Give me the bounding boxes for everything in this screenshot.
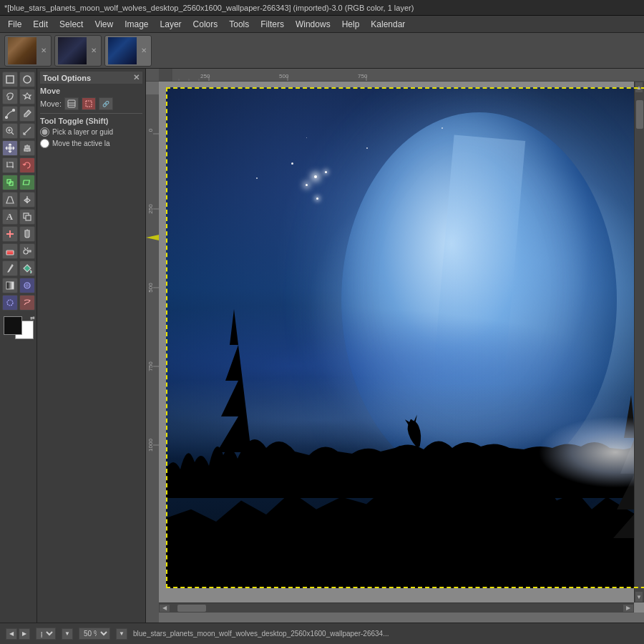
menu-filters[interactable]: Filters xyxy=(255,18,289,31)
shear-tool[interactable] xyxy=(19,175,35,190)
rotate-tool[interactable] xyxy=(19,157,35,173)
tool-row-1 xyxy=(2,72,35,87)
menu-windows[interactable]: Windows xyxy=(291,18,336,31)
lasso-tool[interactable] xyxy=(2,89,18,104)
tab-close-2[interactable]: ✕ xyxy=(89,46,98,55)
tool-row-13 xyxy=(2,278,35,293)
align-tool[interactable] xyxy=(19,140,35,156)
svg-rect-58 xyxy=(146,94,159,623)
vertical-scrollbar[interactable]: ▲ ▼ xyxy=(634,82,644,602)
swap-colors-icon[interactable]: ⇄ xyxy=(30,315,35,321)
svg-rect-33 xyxy=(6,282,14,289)
h-scrollbar-thumb[interactable] xyxy=(177,605,206,612)
radio-move-input[interactable] xyxy=(40,139,49,148)
ruler-h-svg: 250 500 750 1000 1250 xyxy=(159,69,374,82)
image-tab-2[interactable]: ✕ xyxy=(54,35,102,67)
smudge-tool[interactable] xyxy=(19,295,35,311)
tool-row-9: A xyxy=(2,209,35,225)
move-layers-btn[interactable] xyxy=(64,97,79,110)
move-sel-btn[interactable] xyxy=(82,97,96,110)
blur-tool[interactable] xyxy=(2,295,18,311)
image-tab-3[interactable]: ✕ xyxy=(104,35,152,67)
scroll-up-btn[interactable]: ▲ xyxy=(635,82,643,93)
svg-marker-24 xyxy=(27,198,30,203)
svg-line-9 xyxy=(24,127,31,135)
tab-thumb-3 xyxy=(108,37,137,64)
heal-tool[interactable] xyxy=(2,226,18,242)
scale-tool[interactable] xyxy=(2,175,18,190)
menu-edit[interactable]: Edit xyxy=(28,18,53,31)
crop-tool[interactable] xyxy=(2,157,18,173)
svg-rect-15 xyxy=(24,149,30,151)
nav-left-btn[interactable]: ◀ xyxy=(6,628,17,640)
menu-tools[interactable]: Tools xyxy=(224,18,254,31)
radio-move-label: Move the active la xyxy=(52,140,110,147)
horizontal-scrollbar[interactable]: ◀ ▶ xyxy=(159,602,634,613)
tool-row-10 xyxy=(2,226,35,242)
svg-line-32 xyxy=(27,248,28,249)
zoom-tool[interactable] xyxy=(2,123,18,139)
erase-tool[interactable] xyxy=(2,243,18,259)
nav-arrows: ◀ ▶ xyxy=(6,628,30,640)
radio-pick-layer[interactable]: Pick a layer or guid xyxy=(40,127,142,137)
menu-select[interactable]: Select xyxy=(54,18,88,31)
unit-selector[interactable]: px mm in xyxy=(36,628,56,640)
tool-options-close[interactable]: ✕ xyxy=(133,73,140,82)
scroll-left-btn[interactable]: ◀ xyxy=(159,604,170,613)
svg-line-31 xyxy=(24,248,26,250)
fuzzy-select-tool[interactable] xyxy=(19,89,35,104)
scroll-right-btn[interactable]: ▶ xyxy=(623,604,634,613)
v-scrollbar-thumb[interactable] xyxy=(636,100,643,129)
ruler-v-svg: 0 250 500 750 1000 xyxy=(146,94,159,623)
toggle-section-label: Tool Toggle (Shift) xyxy=(40,117,142,125)
paths-tool[interactable] xyxy=(2,106,18,122)
move-section-label: Move xyxy=(40,87,142,95)
unit-dropdown-btn[interactable]: ▼ xyxy=(62,628,73,640)
text-tool[interactable]: A xyxy=(2,209,18,225)
zoom-selector[interactable]: 50 % 25 % 100 % 200 % xyxy=(79,628,110,640)
status-filename: blue_stars_planets_moon_wolf_wolves_desk… xyxy=(133,630,638,638)
measure-tool[interactable] xyxy=(19,123,35,139)
scroll-down-btn[interactable]: ▼ xyxy=(635,591,643,602)
move-tool[interactable] xyxy=(2,140,18,156)
tab-close-1[interactable]: ✕ xyxy=(39,46,48,55)
paint-tool[interactable] xyxy=(19,226,35,242)
zoom-dropdown-btn[interactable]: ▼ xyxy=(116,628,127,640)
radio-pick-input[interactable] xyxy=(40,127,49,137)
tool-row-14 xyxy=(2,295,35,311)
foreground-color-swatch[interactable] xyxy=(4,316,22,335)
ink-tool[interactable] xyxy=(2,260,18,276)
tab-close-3[interactable]: ✕ xyxy=(140,46,148,55)
wallpaper xyxy=(166,87,644,588)
menu-kalendar[interactable]: Kalendar xyxy=(366,18,410,31)
dodge-tool[interactable] xyxy=(19,278,35,293)
move-option-row: Move: 🔗 xyxy=(40,97,142,110)
move-chain-btn[interactable]: 🔗 xyxy=(99,97,113,110)
svg-rect-40 xyxy=(86,101,92,107)
image-tab-1[interactable]: ✕ xyxy=(4,35,52,67)
svg-rect-28 xyxy=(6,250,14,255)
tool-row-12 xyxy=(2,260,35,276)
svg-point-35 xyxy=(26,284,29,287)
flip-tool[interactable] xyxy=(19,192,35,208)
menu-file[interactable]: File xyxy=(3,18,26,31)
clone-tool[interactable] xyxy=(19,209,35,225)
perspective-tool[interactable] xyxy=(2,192,18,208)
nav-right-btn[interactable]: ▶ xyxy=(19,628,30,640)
tool-options-title: Tool Options xyxy=(43,74,91,82)
menu-layer[interactable]: Layer xyxy=(155,18,187,31)
menu-image[interactable]: Image xyxy=(119,18,153,31)
rect-select-tool[interactable] xyxy=(2,72,18,87)
canvas-image xyxy=(166,87,644,588)
menu-view[interactable]: View xyxy=(89,18,118,31)
menu-help[interactable]: Help xyxy=(337,18,365,31)
canvas-viewport[interactable]: ◀ ▶ ▲ ▼ xyxy=(159,82,644,613)
radio-move-active[interactable]: Move the active la xyxy=(40,139,142,148)
color-pick-tool[interactable] xyxy=(19,106,35,122)
blend-tool[interactable] xyxy=(2,278,18,293)
airbrush-tool[interactable] xyxy=(19,243,35,259)
ellipse-select-tool[interactable] xyxy=(19,72,35,87)
fill-tool[interactable] xyxy=(19,260,35,276)
status-bar: ◀ ▶ px mm in ▼ 50 % 25 % 100 % 200 % ▼ b… xyxy=(0,623,644,644)
menu-colors[interactable]: Colors xyxy=(188,18,223,31)
